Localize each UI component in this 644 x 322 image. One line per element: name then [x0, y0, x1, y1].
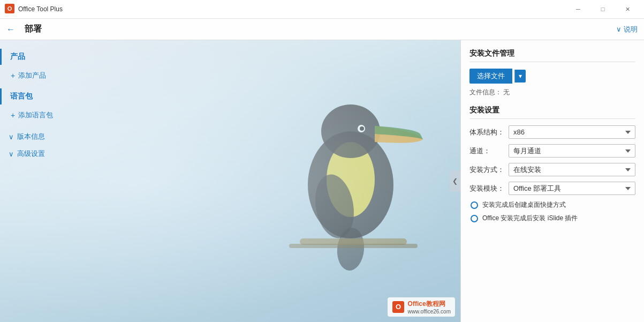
shortcut-checkbox-row: 安装完成后创建桌面快捷方式	[469, 200, 635, 209]
help-label: 说明	[624, 25, 638, 34]
help-chevron-icon: ∨	[616, 25, 622, 33]
add-language-icon: +	[11, 111, 15, 119]
help-button[interactable]: ∨ 说明	[616, 25, 638, 34]
watermark-badge: O Office教程网 www.office26.com	[388, 297, 455, 317]
language-section-label: 语言包	[10, 92, 33, 101]
file-section-title: 安装文件管理	[469, 49, 635, 62]
app-title: Office Tool Plus	[18, 5, 63, 13]
watermark-site-name: Office教程网	[408, 299, 451, 309]
install-type-label: 安装方式：	[469, 165, 504, 175]
version-info-item[interactable]: ∨ 版本信息	[0, 128, 139, 145]
file-management-section: 安装文件管理 选择文件 ▾ 文件信息： 无	[469, 49, 635, 97]
select-file-dropdown-button[interactable]: ▾	[514, 70, 526, 83]
advanced-settings-item[interactable]: ∨ 高级设置	[0, 145, 139, 162]
svg-text:O: O	[396, 303, 401, 311]
channel-select[interactable]: 每月通道 当前通道 半年通道	[509, 144, 635, 158]
arch-select[interactable]: x86 x64 匹配操作系统	[509, 125, 635, 139]
shortcut-radio[interactable]	[471, 201, 478, 209]
right-panel: 安装文件管理 选择文件 ▾ 文件信息： 无 安装设置 体系结构： x86 x64	[460, 40, 644, 322]
shortcut-label: 安装完成后创建桌面快捷方式	[482, 200, 566, 209]
add-language-item[interactable]: + 添加语言包	[0, 107, 139, 124]
navbar: ← 部署 ∨ 说明	[0, 19, 644, 40]
file-info-label: 文件信息：	[469, 88, 502, 96]
left-panel: 产品 + 添加产品 语言包 + 添加语言包 ∨ 版本信息 ∨ 高级设置	[0, 40, 460, 322]
maximize-button[interactable]: □	[590, 0, 615, 19]
main-layout: 产品 + 添加产品 语言包 + 添加语言包 ∨ 版本信息 ∨ 高级设置	[0, 40, 644, 322]
select-file-button[interactable]: 选择文件	[469, 69, 512, 84]
office-watermark-icon: O	[392, 301, 405, 313]
advanced-settings-label: 高级设置	[17, 149, 45, 159]
install-section-title: 安装设置	[469, 106, 635, 119]
islide-radio[interactable]	[471, 215, 478, 222]
add-product-icon: +	[11, 71, 15, 80]
product-section-header: 产品	[0, 49, 139, 65]
version-collapse-icon: ∨	[9, 133, 14, 141]
expand-panel-arrow[interactable]: ❮	[450, 170, 460, 192]
module-label: 安装模块：	[469, 184, 504, 193]
product-section-label: 产品	[10, 52, 25, 62]
window-controls: ─ □ ✕	[566, 0, 640, 19]
file-select-row: 选择文件 ▾	[469, 69, 635, 84]
module-row: 安装模块： Office 部署工具 Office Tool Plus	[469, 182, 635, 195]
file-info-value: 无	[503, 88, 510, 96]
dropdown-arrow-icon: ▾	[519, 72, 522, 80]
arch-label: 体系结构：	[469, 128, 504, 137]
watermark-site-url: www.office26.com	[408, 309, 451, 314]
version-info-label: 版本信息	[17, 132, 45, 141]
left-sidebar: 产品 + 添加产品 语言包 + 添加语言包 ∨ 版本信息 ∨ 高级设置	[0, 40, 139, 171]
add-product-item[interactable]: + 添加产品	[0, 67, 139, 84]
channel-label: 通道：	[469, 146, 504, 156]
language-section-header: 语言包	[0, 88, 139, 104]
install-type-row: 安装方式： 在线安装 本地安装	[469, 163, 635, 176]
close-button[interactable]: ✕	[615, 0, 640, 19]
svg-text:O: O	[7, 5, 12, 12]
add-language-label: 添加语言包	[18, 110, 53, 120]
islide-label: Office 安装完成后安装 iSlide 插件	[482, 214, 578, 223]
back-button[interactable]: ←	[6, 25, 15, 34]
module-select[interactable]: Office 部署工具 Office Tool Plus	[509, 182, 635, 195]
islide-checkbox-row: Office 安装完成后安装 iSlide 插件	[469, 214, 635, 223]
file-info: 文件信息： 无	[469, 88, 635, 97]
titlebar: O Office Tool Plus ─ □ ✕	[0, 0, 644, 19]
watermark-text: Office教程网 www.office26.com	[408, 299, 451, 314]
app-icon: O	[4, 3, 15, 16]
add-product-label: 添加产品	[18, 71, 46, 80]
page-title: 部署	[25, 24, 42, 35]
arch-row: 体系结构： x86 x64 匹配操作系统	[469, 125, 635, 139]
advanced-collapse-icon: ∨	[9, 150, 14, 158]
expand-arrow-icon: ❮	[452, 177, 458, 185]
minimize-button[interactable]: ─	[566, 0, 590, 19]
channel-row: 通道： 每月通道 当前通道 半年通道	[469, 144, 635, 158]
install-settings-section: 安装设置 体系结构： x86 x64 匹配操作系统 通道： 每月通道 当前通道 …	[469, 106, 635, 223]
install-type-select[interactable]: 在线安装 本地安装	[509, 163, 635, 176]
